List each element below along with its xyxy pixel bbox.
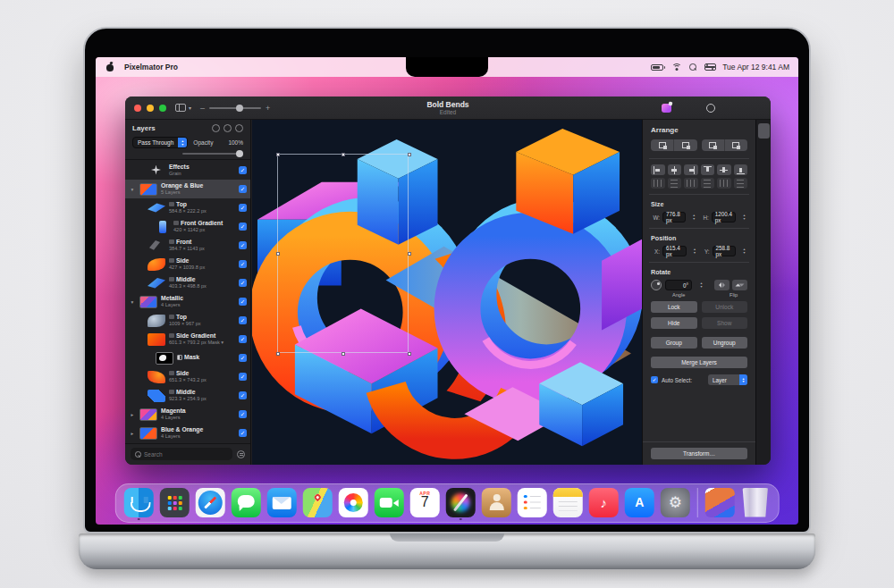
disclosure-icon[interactable]: ▸ xyxy=(129,412,136,417)
layer-visibility-checkbox[interactable]: ✓ xyxy=(239,185,247,193)
layer-row-side[interactable]: Side 427 × 1039.8 px ✓ xyxy=(125,255,250,273)
dock-icon[interactable] xyxy=(375,488,404,517)
info-button[interactable] xyxy=(706,104,715,113)
height-field[interactable]: 1200.4 px xyxy=(712,212,736,223)
send-backward-button[interactable] xyxy=(702,139,724,151)
type-tool[interactable] xyxy=(758,382,770,397)
color-swatch-button[interactable] xyxy=(662,104,671,113)
pencil-tool[interactable] xyxy=(758,230,770,245)
remove-layer-button[interactable] xyxy=(212,124,220,132)
distribute-bottom-button[interactable] xyxy=(734,178,748,189)
star-shape-tool[interactable] xyxy=(758,169,770,184)
disclosure-icon[interactable]: ▾ xyxy=(129,299,136,305)
dock-maps[interactable] xyxy=(303,488,333,521)
merge-layers-button[interactable]: Merge Layers xyxy=(651,357,747,368)
opacity-slider-knob[interactable] xyxy=(236,150,243,157)
align-middle-button[interactable] xyxy=(717,164,731,175)
stepper-icon[interactable]: ▴▾ xyxy=(741,214,747,220)
layer-row-side-gradient[interactable]: Side Gradient 601.3 × 793.2 px Mask ▾ ✓ xyxy=(125,330,250,349)
selection-handle[interactable] xyxy=(276,153,280,156)
zoom-slider[interactable]: – + xyxy=(200,104,270,113)
layer-row-top-2[interactable]: Top 1009 × 967 px ✓ xyxy=(125,311,250,330)
dock-finder[interactable] xyxy=(124,488,154,521)
selection-handle[interactable] xyxy=(408,252,411,256)
zoom-tool[interactable] xyxy=(758,397,770,412)
style-tool[interactable] xyxy=(758,139,770,154)
layer-group-orange-blue[interactable]: ▾ Orange & Blue 5 Layers ✓ xyxy=(125,180,250,198)
window-titlebar[interactable]: ▾ – + Bold Bends Edited xyxy=(125,97,771,120)
bring-forward-button[interactable] xyxy=(724,139,747,151)
dock-icon[interactable] xyxy=(740,488,770,517)
dock-safari[interactable] xyxy=(196,488,225,521)
layer-visibility-checkbox[interactable]: ✓ xyxy=(239,335,247,343)
dock-icon[interactable] xyxy=(267,488,297,517)
canvas-area[interactable] xyxy=(252,120,642,465)
distribute-right-button[interactable] xyxy=(717,178,731,189)
group-button[interactable]: Group xyxy=(651,337,697,349)
dock-icon[interactable] xyxy=(124,488,154,517)
auto-select-popup[interactable]: Layer ▴▾ xyxy=(708,374,747,385)
gradient-tool[interactable] xyxy=(758,245,770,260)
selection-box[interactable] xyxy=(277,154,409,353)
align-right-button[interactable] xyxy=(684,164,698,175)
color-fill-tool[interactable] xyxy=(758,154,770,169)
bring-to-front-button[interactable] xyxy=(673,139,696,151)
layer-visibility-checkbox[interactable]: ✓ xyxy=(239,354,247,362)
fullscreen-button[interactable] xyxy=(159,105,166,112)
zoom-out-icon[interactable]: – xyxy=(200,104,205,113)
dock-calendar[interactable]: APR 7 xyxy=(410,488,440,521)
distribute-left-button[interactable] xyxy=(684,178,698,189)
search-input[interactable] xyxy=(144,451,228,458)
dock-icon[interactable] xyxy=(303,488,333,517)
dock-icon[interactable] xyxy=(697,488,698,517)
angle-dial[interactable] xyxy=(651,280,662,290)
minimize-button[interactable] xyxy=(147,105,154,112)
blur-tool[interactable] xyxy=(758,306,770,321)
add-layer-button[interactable] xyxy=(235,124,243,132)
quick-select-tool[interactable] xyxy=(758,214,770,230)
align-bottom-button[interactable] xyxy=(734,164,748,175)
layer-row-middle[interactable]: Middle 403.3 × 498.8 px ✓ xyxy=(125,273,250,292)
layer-visibility-checkbox[interactable]: ✓ xyxy=(239,410,247,418)
zoom-in-icon[interactable]: + xyxy=(266,104,270,113)
filter-icon[interactable] xyxy=(237,450,245,458)
menubar-clock[interactable]: Tue Apr 12 9:41 AM xyxy=(722,63,789,71)
dock-facetime[interactable] xyxy=(375,488,404,521)
selection-handle[interactable] xyxy=(276,352,280,356)
width-field[interactable]: 776.8 px xyxy=(662,212,686,223)
layer-row-side-2[interactable]: Side 651.3 × 743.2 px ✓ xyxy=(125,367,250,386)
disclosure-icon[interactable]: ▾ xyxy=(129,187,136,192)
layer-visibility-checkbox[interactable]: ✓ xyxy=(239,204,247,212)
lasso-select-tool[interactable] xyxy=(758,199,770,214)
auto-select-checkbox[interactable]: ✓ xyxy=(651,376,658,383)
dock-icon[interactable]: A xyxy=(625,488,654,517)
dock-icon[interactable] xyxy=(160,488,190,517)
selection-handle[interactable] xyxy=(408,352,411,356)
zoom-knob[interactable] xyxy=(236,105,243,112)
stepper-icon[interactable]: ▴▾ xyxy=(691,214,697,220)
dock-icon[interactable]: ♪ xyxy=(589,488,619,517)
selection-handle[interactable] xyxy=(342,153,345,156)
layer-visibility-checkbox[interactable]: ✓ xyxy=(239,298,247,306)
layer-visibility-checkbox[interactable]: ✓ xyxy=(239,260,247,268)
layer-visibility-checkbox[interactable]: ✓ xyxy=(239,316,247,324)
dock-icon[interactable]: APR 7 xyxy=(410,488,440,517)
align-center-button[interactable] xyxy=(668,164,682,175)
dock-icon[interactable] xyxy=(446,488,476,517)
move-tool[interactable] xyxy=(758,123,770,139)
layer-visibility-checkbox[interactable]: ✓ xyxy=(239,279,247,287)
app-menu[interactable]: Pixelmator Pro xyxy=(118,63,184,71)
dock-icon[interactable] xyxy=(339,488,368,517)
layer-group-blue-orange[interactable]: ▸ Blue & Orange 4 Layers ✓ xyxy=(125,424,250,442)
crop-tool[interactable] xyxy=(758,412,770,427)
layer-visibility-checkbox[interactable]: ✓ xyxy=(239,166,247,174)
transform-button[interactable]: Transform… xyxy=(651,448,747,459)
layer-visibility-checkbox[interactable]: ✓ xyxy=(239,223,247,231)
control-center-icon[interactable] xyxy=(704,63,714,71)
layer-group-metallic[interactable]: ▾ Metallic 4 Layers ✓ xyxy=(125,292,250,311)
retouch-tool[interactable] xyxy=(758,351,770,366)
clone-tool[interactable] xyxy=(758,290,770,306)
ungroup-button[interactable]: Ungroup xyxy=(702,337,748,349)
stepper-icon[interactable]: ▴▾ xyxy=(698,281,704,288)
dock-pixelmator-pro[interactable] xyxy=(446,488,476,521)
